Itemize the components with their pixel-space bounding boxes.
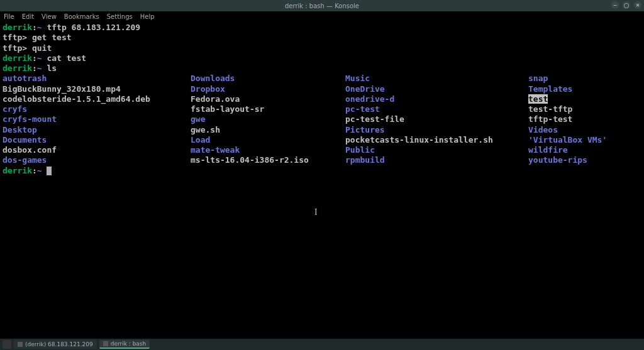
ls-entry: Videos xyxy=(528,125,641,135)
menu-view[interactable]: View xyxy=(42,13,57,20)
ls-entry: BigBuckBunny_320x180.mp4 xyxy=(3,84,191,94)
terminal-line: derrik:~ cat test xyxy=(3,53,641,63)
ls-entry: Documents xyxy=(3,135,191,145)
window-title: derrik : bash — Konsole xyxy=(285,3,359,9)
taskbar-item-label: derrik : bash xyxy=(111,341,147,347)
ls-entry: pc-test xyxy=(345,104,528,114)
terminal-line: derrik:~ ls xyxy=(3,63,641,74)
maximize-button[interactable]: ◯ xyxy=(623,1,630,9)
text-cursor-icon: I xyxy=(314,207,318,217)
ls-listing: autotrashDownloadsMusicsnapBigBuckBunny_… xyxy=(3,74,641,165)
ls-entry: test-tftp xyxy=(528,104,641,114)
ls-entry: 'VirtualBox VMs' xyxy=(528,135,641,145)
ls-entry: OneDrive xyxy=(345,84,528,94)
terminal-line: tftp> get test xyxy=(3,33,641,43)
ls-entry: dos-games xyxy=(3,155,191,165)
taskbar-item-ssh[interactable]: (derrik) 68.183.121.209 xyxy=(14,340,97,349)
menubar: File Edit View Bookmarks Settings Help xyxy=(0,11,644,21)
ls-entry: Fedora.ova xyxy=(191,94,345,104)
ls-entry: gwe xyxy=(191,114,345,124)
ls-entry: cryfs-mount xyxy=(3,114,191,124)
ls-entry: wildfire xyxy=(528,145,641,155)
ls-entry: rpmbuild xyxy=(345,155,528,165)
ls-entry: Public xyxy=(345,145,528,155)
ls-entry: Dropbox xyxy=(191,84,345,94)
ls-entry: pocketcasts-linux-installer.sh xyxy=(345,135,528,145)
ls-entry: autotrash xyxy=(3,74,191,84)
terminal-line: derrik:~ tftp 68.183.121.209 xyxy=(3,23,641,33)
window-controls: − ◯ ✕ xyxy=(611,1,641,9)
ls-entry: pc-test-file xyxy=(345,114,528,124)
ls-entry: onedrive-d xyxy=(345,94,528,104)
menu-help[interactable]: Help xyxy=(140,13,155,20)
terminal-line: derrik:~ xyxy=(3,166,641,176)
taskbar-item-bash[interactable]: derrik : bash xyxy=(99,340,150,349)
ls-entry: Templates xyxy=(528,84,641,94)
taskbar: (derrik) 68.183.121.209 derrik : bash xyxy=(0,339,644,350)
menu-settings[interactable]: Settings xyxy=(107,13,133,20)
cursor-icon xyxy=(47,167,52,175)
ls-entry: Downloads xyxy=(191,74,345,84)
ls-entry: cryfs xyxy=(3,104,191,114)
ls-entry: tftp-test xyxy=(528,114,641,124)
ls-entry: Music xyxy=(345,74,528,84)
ls-entry: fstab-layout-sr xyxy=(191,104,345,114)
minimize-button[interactable]: − xyxy=(611,1,619,9)
ls-entry: gwe.sh xyxy=(191,125,345,135)
terminal-icon xyxy=(103,341,108,346)
ls-entry: youtube-rips xyxy=(528,155,641,165)
ls-entry: snap xyxy=(528,74,641,84)
taskbar-item-label: (derrik) 68.183.121.209 xyxy=(25,341,93,347)
ls-entry: dosbox.conf xyxy=(3,145,191,155)
ls-entry: Desktop xyxy=(3,125,191,135)
ls-entry: test xyxy=(528,94,641,104)
menu-edit[interactable]: Edit xyxy=(22,13,34,20)
ls-entry: mate-tweak xyxy=(191,145,345,155)
ls-entry: ms-lts-16.04-i386-r2.iso xyxy=(191,155,345,165)
terminal-icon xyxy=(18,342,23,347)
app-launcher-button[interactable] xyxy=(3,340,11,349)
terminal-output[interactable]: derrik:~ tftp 68.183.121.209 tftp> get t… xyxy=(0,21,644,176)
ls-entry: codelobsteride-1.5.1_amd64.deb xyxy=(3,94,191,104)
ls-entry: Load xyxy=(191,135,345,145)
close-button[interactable]: ✕ xyxy=(634,1,641,9)
window-titlebar: derrik : bash — Konsole − ◯ ✕ xyxy=(0,0,644,11)
terminal-line: tftp> quit xyxy=(3,43,641,53)
menu-file[interactable]: File xyxy=(4,13,14,20)
ls-entry: Pictures xyxy=(345,125,528,135)
menu-bookmarks[interactable]: Bookmarks xyxy=(64,13,99,20)
